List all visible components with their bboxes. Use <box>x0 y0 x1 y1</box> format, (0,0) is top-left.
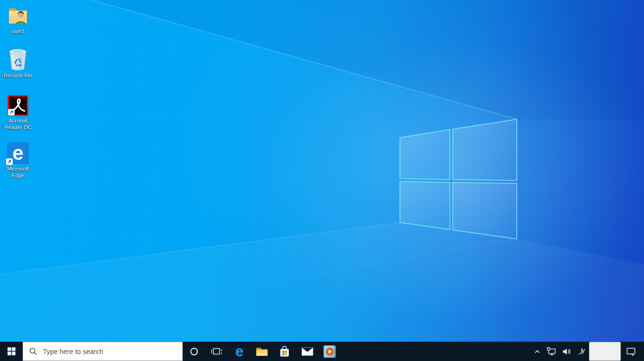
logo-glow <box>257 38 644 320</box>
taskbar-mail-button[interactable] <box>296 342 318 361</box>
tray-volume-button[interactable] <box>559 342 574 361</box>
user-folder-icon <box>7 5 29 26</box>
tray-show-hidden-icons-button[interactable] <box>531 342 544 361</box>
taskbar-file-explorer-button[interactable] <box>251 342 273 361</box>
desktop[interactable]: user1 Recycle Bin <box>0 0 644 342</box>
clock-time: 10:57 AM <box>594 345 616 352</box>
file-explorer-icon <box>256 346 268 356</box>
floor-highlight <box>0 222 644 342</box>
tray-network-button[interactable] <box>544 342 559 361</box>
taskbar-search[interactable] <box>23 342 183 361</box>
wallpaper-dark-wedge <box>92 0 644 119</box>
windows-start-icon <box>8 347 16 355</box>
windows-logo-panes <box>400 119 517 239</box>
windows-media-player-icon <box>324 345 336 358</box>
microsoft-store-icon <box>279 346 290 357</box>
light-beam <box>92 0 517 119</box>
edge-logo-icon: e <box>12 144 23 163</box>
windows-logo-wallpaper <box>0 0 644 342</box>
search-input[interactable] <box>42 347 182 356</box>
edge-icon: e <box>235 345 243 358</box>
chevron-up-icon <box>534 349 540 354</box>
taskbar: e <box>0 342 644 361</box>
start-button[interactable] <box>0 342 23 361</box>
taskbar-store-button[interactable] <box>273 342 296 361</box>
recycle-bin-icon <box>8 48 28 71</box>
taskbar-task-view-button[interactable] <box>205 342 228 361</box>
taskbar-edge-button[interactable]: e <box>228 342 251 361</box>
floor-edge <box>0 222 400 274</box>
mail-icon <box>302 347 313 356</box>
network-ethernet-icon <box>547 347 556 355</box>
floor-edge-2 <box>0 239 517 330</box>
desktop-icon-label: user1 <box>11 28 25 35</box>
desktop-icon-user1[interactable]: user1 <box>0 3 35 35</box>
system-tray: 10:57 AM 3/3/2020 <box>531 342 644 361</box>
desktop-icon-label: Acrobat Reader DC <box>0 118 35 131</box>
search-icon <box>29 347 37 355</box>
desktop-icon-label: Recycle Bin <box>4 73 33 79</box>
volume-icon <box>562 348 571 355</box>
taskbar-cortana-button[interactable] <box>183 342 205 361</box>
windows-ink-pen-icon <box>578 347 586 355</box>
desktop-icon-microsoft-edge[interactable]: e Microsoft Edge <box>0 140 35 179</box>
taskbar-empty-area[interactable] <box>341 342 531 361</box>
action-center-button[interactable] <box>621 342 641 361</box>
clock-date: 3/3/2020 <box>594 352 616 358</box>
action-center-icon <box>627 347 636 356</box>
shortcut-arrow-icon <box>6 158 13 165</box>
cortana-icon <box>190 347 198 356</box>
desktop-icon-acrobat-reader[interactable]: Acrobat Reader DC <box>0 92 35 131</box>
shortcut-arrow-icon <box>8 109 15 115</box>
tray-windows-ink-button[interactable] <box>574 342 589 361</box>
tray-clock[interactable]: 10:57 AM 3/3/2020 <box>589 342 621 361</box>
taskbar-media-player-button[interactable] <box>318 342 341 361</box>
task-view-icon <box>211 347 222 355</box>
desktop-icon-label: Microsoft Edge <box>0 166 35 179</box>
desktop-icon-recycle-bin[interactable]: Recycle Bin <box>0 47 35 79</box>
